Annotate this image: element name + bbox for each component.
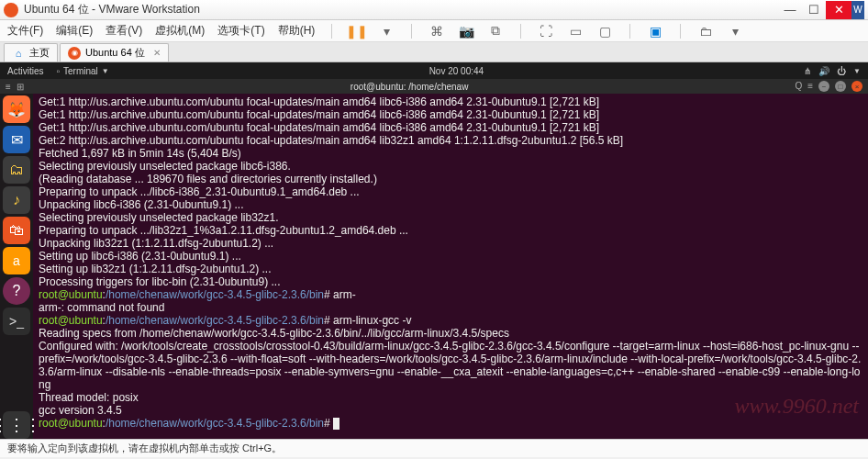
dock-rhythmbox-icon[interactable]: ♪ (3, 186, 30, 214)
tab-ubuntu[interactable]: ◉ Ubuntu 64 位 ✕ (60, 43, 169, 62)
tab-close-icon[interactable]: ✕ (153, 48, 161, 58)
window-title: Ubuntu 64 位 - VMware Workstation (24, 2, 778, 17)
dock-apps-icon[interactable]: ⋮⋮⋮ (3, 411, 30, 439)
snapshot-icon[interactable]: 📷 (458, 25, 474, 38)
guest-desktop: 🦊 ✉ 🗂 ♪ 🛍 a ? >_ ⋮⋮⋮ Get:1 http://us.arc… (0, 94, 868, 439)
menu-edit[interactable]: 编辑(E) (56, 23, 93, 39)
window-buttons: — ☐ ✕ W (778, 1, 864, 19)
dock-thunderbird-icon[interactable]: ✉ (3, 126, 30, 153)
volume-icon[interactable]: 🔊 (818, 66, 829, 76)
tab-ubuntu-label: Ubuntu 64 位 (85, 46, 145, 60)
power-icon[interactable]: ⏻ (837, 66, 846, 76)
dock-amazon-icon[interactable]: a (3, 247, 30, 274)
app-menu-dropdown-icon[interactable]: ▼ (102, 67, 109, 75)
dropdown-icon[interactable]: ▾ (378, 25, 395, 38)
maximize-button[interactable]: ☐ (802, 1, 826, 19)
terminal-titlebar: ≡ ⊞ root@ubuntu: /home/chenaw Q ≡ − □ × (0, 79, 868, 94)
ubuntu-icon: ◉ (68, 47, 81, 60)
vm-display[interactable]: Activities ▫ Terminal ▼ Nov 20 00:44 ⋔ 🔊… (0, 62, 868, 439)
menu-help[interactable]: 帮助(H) (278, 23, 316, 39)
close-button[interactable]: ✕ (826, 1, 851, 19)
terminal-close-button[interactable]: × (851, 81, 862, 92)
vmware-statusbar: 要将输入定向到该虚拟机，请在虚拟机内部单击或按 Ctrl+G。 (0, 439, 868, 457)
vm-tabs: ⌂ 主页 ◉ Ubuntu 64 位 ✕ (0, 42, 868, 62)
gnome-activities[interactable]: Activities (7, 66, 43, 76)
console-icon[interactable]: ▣ (647, 25, 663, 38)
menu-file[interactable]: 文件(F) (7, 23, 43, 39)
dock-help-icon[interactable]: ? (3, 277, 30, 305)
system-menu-dropdown-icon[interactable]: ▼ (853, 67, 861, 75)
dock-firefox-icon[interactable]: 🦊 (3, 95, 30, 123)
terminal-minimize-button[interactable]: − (818, 81, 829, 92)
status-text: 要将输入定向到该虚拟机，请在虚拟机内部单击或按 Ctrl+G。 (7, 442, 282, 455)
terminal-maximize-button[interactable]: □ (835, 81, 846, 92)
pause-icon[interactable]: ❚❚ (349, 25, 365, 38)
vmware-icon (4, 3, 18, 17)
gnome-topbar: Activities ▫ Terminal ▼ Nov 20 00:44 ⋔ 🔊… (0, 62, 868, 79)
dock-software-icon[interactable]: 🛍 (3, 217, 30, 244)
gnome-app-label[interactable]: Terminal (63, 66, 98, 76)
network-icon[interactable]: ⋔ (804, 66, 811, 76)
terminal-menu-icon[interactable]: ≡ (6, 82, 11, 92)
minimize-button[interactable]: — (778, 1, 802, 19)
tab-home-label: 主页 (29, 46, 50, 60)
vmware-titlebar: Ubuntu 64 位 - VMware Workstation — ☐ ✕ W (0, 0, 868, 20)
dock-files-icon[interactable]: 🗂 (3, 156, 30, 184)
unity-icon[interactable]: ▭ (567, 25, 584, 38)
tab-home[interactable]: ⌂ 主页 (4, 43, 58, 62)
library-icon[interactable]: 🗀 (697, 25, 714, 38)
terminal-app-icon: ▫ (56, 66, 60, 76)
send-ctrlaltdel-icon[interactable]: ⌘ (428, 25, 445, 38)
terminal-newtab-icon[interactable]: ⊞ (17, 82, 24, 92)
gnome-datetime[interactable]: Nov 20 00:44 (109, 66, 804, 76)
menu-tabs[interactable]: 选项卡(T) (217, 23, 264, 39)
view-icon[interactable]: ▢ (596, 25, 613, 38)
vmware-menubar: 文件(F) 编辑(E) 查看(V) 虚拟机(M) 选项卡(T) 帮助(H) ❚❚… (0, 20, 868, 42)
terminal-title: root@ubuntu: /home/chenaw (24, 82, 796, 92)
terminal-hamburger-icon[interactable]: ≡ (807, 81, 813, 92)
external-app-icon: W (851, 1, 864, 19)
dock-terminal-icon[interactable]: >_ (3, 308, 30, 335)
ubuntu-dock: 🦊 ✉ 🗂 ♪ 🛍 a ? >_ ⋮⋮⋮ (0, 94, 33, 439)
fullscreen-icon[interactable]: ⛶ (538, 25, 554, 38)
menu-view[interactable]: 查看(V) (106, 23, 142, 39)
terminal-output[interactable]: Get:1 http://us.archive.ubuntu.com/ubunt… (33, 94, 868, 439)
terminal-search-icon[interactable]: Q (795, 81, 802, 92)
snapshot-manager-icon[interactable]: ⧉ (487, 25, 504, 38)
dropdown2-icon[interactable]: ▾ (727, 25, 743, 38)
home-icon: ⌂ (12, 47, 25, 60)
menu-vm[interactable]: 虚拟机(M) (155, 23, 205, 39)
